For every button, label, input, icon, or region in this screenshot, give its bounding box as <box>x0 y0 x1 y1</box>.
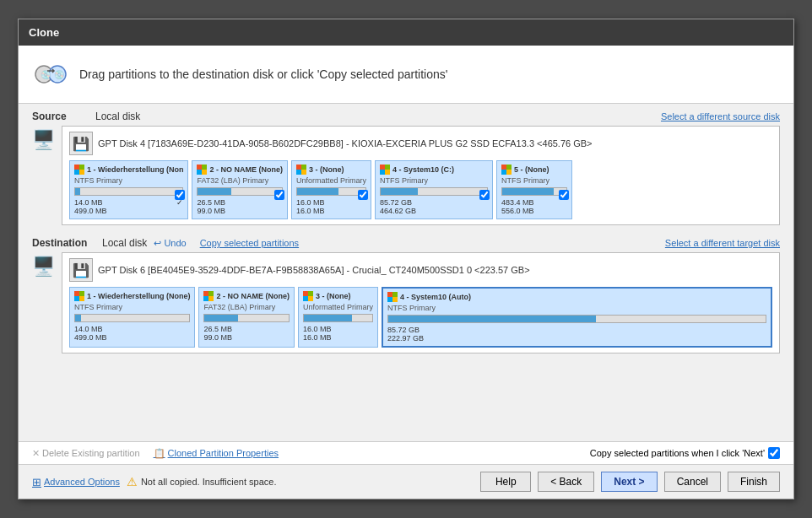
dst-p4-type: NTFS Primary <box>387 304 766 312</box>
help-button[interactable]: Help <box>480 472 531 492</box>
source-disk-info: GPT Disk 4 [7183A69E-D230-41DA-9058-B602… <box>98 138 593 148</box>
src-p2-name: 2 - NO NAME (None) <box>209 165 283 174</box>
header-section: 💿 💿 Drag partitions to the destination d… <box>19 46 793 104</box>
src-p5-type: NTFS Primary <box>501 176 567 185</box>
clone-props-button[interactable]: 📋 Cloned Partition Properties <box>154 448 279 459</box>
dst-p3-name: 3 - (None) <box>316 292 351 300</box>
dst-p3-type: Unformatted Primary <box>303 303 373 311</box>
dst-p3-bar <box>304 315 352 321</box>
dest-disk-info: GPT Disk 6 [BE4045E9-3529-4DDF-BE7A-F9B5… <box>98 265 530 275</box>
undo-button[interactable]: ↩ Undo <box>154 238 186 249</box>
title-bar: Clone <box>19 19 793 46</box>
undo-arrow-icon: ↩ <box>154 238 161 249</box>
src-p5-name: 5 - (None) <box>514 165 549 174</box>
src-p2-size1: 26.5 MB <box>197 198 283 207</box>
dst-p4-size1: 85.72 GB <box>387 326 766 334</box>
src-p2-bar <box>198 188 231 195</box>
source-disk-header: 💾 GPT Disk 4 [7183A69E-D230-41DA-9058-B6… <box>69 132 772 155</box>
dest-partition-4: 4 - System10 (Auto) NTFS Primary 85.72 G… <box>382 287 772 348</box>
source-partition-3: 3 - (None) Unformatted Primary 16.0 MB 1… <box>291 160 371 219</box>
dst-p3-size1: 16.0 MB <box>303 325 373 333</box>
copy-next-label: Copy selected partitions when I click 'N… <box>590 448 765 458</box>
dst-p1-bar <box>75 315 81 321</box>
sliders-icon: ⊞ <box>32 476 41 488</box>
src-p3-bar <box>297 188 338 195</box>
src-p4-bar <box>381 188 418 195</box>
footer-actions: ✕ Delete Existing partition 📋 Cloned Par… <box>19 441 793 464</box>
delete-partition-button: ✕ Delete Existing partition <box>32 448 140 459</box>
advanced-options-button[interactable]: ⊞ Advanced Options <box>32 476 120 488</box>
src-p3-type: Unformatted Primary <box>296 176 366 185</box>
dst-p3-size2: 16.0 MB <box>303 333 373 342</box>
win-logo-icon <box>74 165 84 175</box>
svg-text:💿: 💿 <box>54 69 65 80</box>
dst-p2-size1: 26.5 MB <box>203 325 290 333</box>
dest-win-logo-4 <box>387 292 398 302</box>
dst-p1-size2: 499.0 MB <box>74 333 190 342</box>
dest-partition-3: 3 - (None) Unformatted Primary 16.0 MB 1… <box>298 287 378 348</box>
src-p5-size1: 483.4 MB <box>501 198 567 207</box>
src-p5-bar <box>502 188 554 195</box>
main-window: Clone 💿 💿 Drag partitions to the destina… <box>18 19 794 499</box>
copy-next-row: Copy selected partitions when I click 'N… <box>590 447 780 459</box>
source-partition-2: 2 - NO NAME (None) FAT32 (LBA) Primary 2… <box>192 160 288 219</box>
dest-label: Destination <box>32 237 95 249</box>
select-source-link[interactable]: Select a different source disk <box>661 111 780 121</box>
copy-partitions-button[interactable]: Copy selected partitions <box>200 238 299 248</box>
dst-p2-size2: 99.0 MB <box>203 333 290 342</box>
source-label: Source <box>32 111 95 122</box>
src-p5-checkbox[interactable] <box>559 190 569 200</box>
dest-partition-1: 1 - Wiederherstellung (None) NTFS Primar… <box>69 287 195 348</box>
win-logo-icon-5 <box>501 165 512 175</box>
dest-disk-container: 💾 GPT Disk 6 [BE4045E9-3529-4DDF-BE7A-F9… <box>62 252 780 353</box>
source-disk-container: 💾 GPT Disk 4 [7183A69E-D230-41DA-9058-B6… <box>62 126 780 225</box>
src-p3-size2: 16.0 MB <box>296 207 366 215</box>
win-logo-icon-4 <box>380 165 390 175</box>
src-p2-checkbox[interactable] <box>274 190 284 200</box>
source-sublabel: Local disk <box>95 111 140 122</box>
src-p1-size2: 499.0 MB <box>74 207 183 215</box>
dst-p4-name: 4 - System10 (Auto) <box>400 293 471 301</box>
src-p1-bar <box>75 188 80 195</box>
dest-win-logo-3 <box>303 291 313 301</box>
dst-p4-bar <box>388 316 596 322</box>
dest-partition-2: 2 - NO NAME (None) FAT32 (LBA) Primary 2… <box>198 287 295 348</box>
dst-p2-type: FAT32 (LBA) Primary <box>203 303 290 311</box>
source-partitions-row: 1 - Wiederherstellung (Non NTFS Primary … <box>69 160 772 219</box>
src-p1-checkbox[interactable] <box>175 190 185 200</box>
content-area: 💿 💿 Drag partitions to the destination d… <box>19 46 793 499</box>
dest-disk-icon: 💾 <box>69 258 93 282</box>
src-p5-size2: 556.0 MB <box>501 207 567 215</box>
src-p4-name: 4 - System10 (C:) <box>392 165 454 174</box>
src-p4-checkbox[interactable] <box>479 190 490 200</box>
dst-p2-bar <box>204 315 238 321</box>
next-button[interactable]: Next > <box>601 472 657 492</box>
back-button[interactable]: < Back <box>538 472 594 492</box>
warning-text: ⚠ Not all copied. Insufficient space. <box>127 475 277 488</box>
warning-icon: ⚠ <box>127 475 138 488</box>
finish-button[interactable]: Finish <box>728 472 780 492</box>
window-title: Clone <box>29 26 59 39</box>
src-p1-sizes: 14.0 MB✓ <box>74 198 183 207</box>
src-p4-size1: 85.72 GB <box>380 198 488 207</box>
src-p3-checkbox[interactable] <box>358 190 368 200</box>
dst-p1-type: NTFS Primary <box>74 303 190 311</box>
dst-p1-name: 1 - Wiederherstellung (None) <box>87 292 190 300</box>
bottom-bar: ⊞ Advanced Options ⚠ Not all copied. Ins… <box>19 464 793 499</box>
dest-partitions-row: 1 - Wiederherstellung (None) NTFS Primar… <box>69 287 772 348</box>
source-partition-4: 4 - System10 (C:) NTFS Primary 85.72 GB … <box>375 160 493 219</box>
dest-win-logo-2 <box>203 291 214 301</box>
source-partition-5: 5 - (None) NTFS Primary 483.4 MB 556.0 M… <box>496 160 572 219</box>
cancel-button[interactable]: Cancel <box>664 472 721 492</box>
copy-next-checkbox[interactable] <box>768 447 780 459</box>
dest-sublabel: Local disk <box>102 237 147 249</box>
select-target-link[interactable]: Select a different target disk <box>665 238 780 248</box>
dst-p1-size1: 14.0 MB <box>74 325 190 333</box>
props-icon: 📋 <box>154 448 165 459</box>
dest-disk-header: 💾 GPT Disk 6 [BE4045E9-3529-4DDF-BE7A-F9… <box>69 258 772 282</box>
src-p1-name: 1 - Wiederherstellung (Non <box>87 165 183 174</box>
source-monitor-icon: 🖥️ <box>32 129 55 151</box>
source-disk-icon: 💾 <box>69 132 93 155</box>
src-p3-name: 3 - (None) <box>309 165 344 174</box>
dest-win-logo-1 <box>74 291 84 301</box>
